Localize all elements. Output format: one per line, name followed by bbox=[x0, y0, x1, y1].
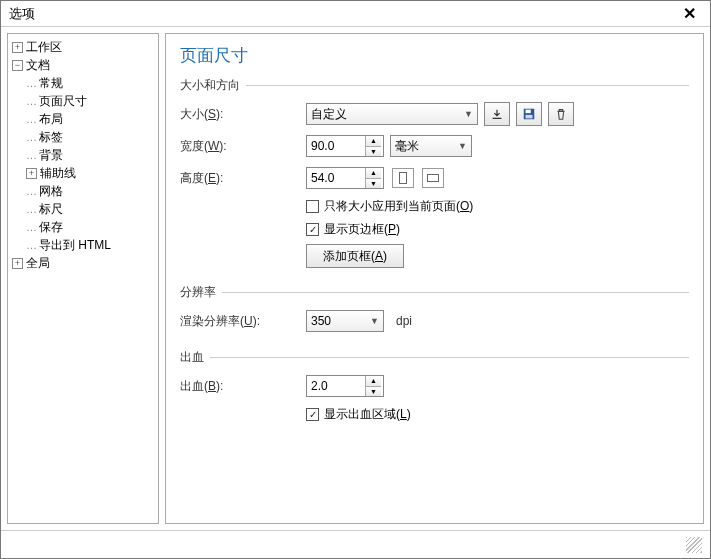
resize-grip-icon[interactable] bbox=[686, 537, 702, 553]
options-tree: + 工作区 − 文档 …常规 …页面尺寸 …布局 …标签 …背景 +辅助线 …网… bbox=[7, 33, 159, 524]
svg-rect-1 bbox=[526, 110, 531, 114]
tree-item-background[interactable]: …背景 bbox=[10, 146, 156, 164]
tree-item-exporthtml[interactable]: …导出到 HTML bbox=[10, 236, 156, 254]
tree-item-global[interactable]: + 全局 bbox=[10, 254, 156, 272]
chevron-down-icon: ▼ bbox=[464, 109, 473, 119]
tree-label: 标签 bbox=[39, 129, 63, 146]
width-input[interactable]: ▲▼ bbox=[306, 135, 384, 157]
tree-item-grid[interactable]: …网格 bbox=[10, 182, 156, 200]
tree-label: 文档 bbox=[26, 57, 50, 74]
size-value: 自定义 bbox=[311, 106, 347, 123]
tree-item-save[interactable]: …保存 bbox=[10, 218, 156, 236]
resolution-select[interactable]: 350 ▼ bbox=[306, 310, 384, 332]
label-apply-current: 只将大小应用到当前页面(O) bbox=[324, 198, 473, 215]
expand-icon[interactable]: + bbox=[12, 258, 23, 269]
tree-item-guides[interactable]: +辅助线 bbox=[10, 164, 156, 182]
expand-icon[interactable]: + bbox=[12, 42, 23, 53]
tree-item-tags[interactable]: …标签 bbox=[10, 128, 156, 146]
delete-preset-button[interactable] bbox=[548, 102, 574, 126]
tree-item-workspace[interactable]: + 工作区 bbox=[10, 38, 156, 56]
label-size: 大小(S): bbox=[180, 106, 306, 123]
spin-down[interactable]: ▼ bbox=[366, 147, 381, 157]
spin-up[interactable]: ▲ bbox=[366, 376, 381, 387]
tree-label: 工作区 bbox=[26, 39, 62, 56]
portrait-icon bbox=[399, 172, 407, 184]
width-field[interactable] bbox=[307, 136, 365, 156]
checkbox-show-bleed[interactable]: ✓ bbox=[306, 408, 319, 421]
section-size-orientation: 大小和方向 bbox=[180, 77, 689, 94]
label-width: 宽度(W): bbox=[180, 138, 306, 155]
label-show-bleed: 显示出血区域(L) bbox=[324, 406, 411, 423]
bleed-input[interactable]: ▲▼ bbox=[306, 375, 384, 397]
collapse-icon[interactable]: − bbox=[12, 60, 23, 71]
section-bleed: 出血 bbox=[180, 349, 689, 366]
resolution-value: 350 bbox=[311, 314, 331, 328]
height-input[interactable]: ▲▼ bbox=[306, 167, 384, 189]
spin-down[interactable]: ▼ bbox=[366, 387, 381, 397]
add-page-frame-button[interactable]: 添加页框(A) bbox=[306, 244, 404, 268]
tree-item-general[interactable]: …常规 bbox=[10, 74, 156, 92]
window-title: 选项 bbox=[9, 5, 677, 23]
tree-label: 背景 bbox=[39, 147, 63, 164]
checkbox-apply-current[interactable] bbox=[306, 200, 319, 213]
titlebar: 选项 ✕ bbox=[1, 1, 710, 27]
height-field[interactable] bbox=[307, 168, 365, 188]
statusbar bbox=[1, 530, 710, 558]
unit-select[interactable]: 毫米 ▼ bbox=[390, 135, 472, 157]
tree-label: 辅助线 bbox=[40, 165, 76, 182]
tree-label: 标尺 bbox=[39, 201, 63, 218]
unit-value: 毫米 bbox=[395, 138, 419, 155]
panel-heading: 页面尺寸 bbox=[180, 44, 689, 67]
svg-rect-2 bbox=[526, 115, 533, 119]
save-preset-button[interactable] bbox=[516, 102, 542, 126]
import-preset-button[interactable] bbox=[484, 102, 510, 126]
chevron-down-icon: ▼ bbox=[370, 316, 379, 326]
tree-item-rulers[interactable]: …标尺 bbox=[10, 200, 156, 218]
landscape-icon bbox=[427, 174, 439, 182]
chevron-down-icon: ▼ bbox=[458, 141, 467, 151]
tree-label: 页面尺寸 bbox=[39, 93, 87, 110]
tree-label: 全局 bbox=[26, 255, 50, 272]
label-bleed: 出血(B): bbox=[180, 378, 306, 395]
spin-up[interactable]: ▲ bbox=[366, 168, 381, 179]
tree-item-document[interactable]: − 文档 bbox=[10, 56, 156, 74]
tree-label: 保存 bbox=[39, 219, 63, 236]
checkbox-show-border[interactable]: ✓ bbox=[306, 223, 319, 236]
label-show-border: 显示页边框(P) bbox=[324, 221, 400, 238]
tree-label: 导出到 HTML bbox=[39, 237, 111, 254]
close-button[interactable]: ✕ bbox=[677, 4, 702, 23]
label-render-resolution: 渲染分辨率(U): bbox=[180, 313, 306, 330]
spin-up[interactable]: ▲ bbox=[366, 136, 381, 147]
section-resolution: 分辨率 bbox=[180, 284, 689, 301]
tree-label: 常规 bbox=[39, 75, 63, 92]
spin-down[interactable]: ▼ bbox=[366, 179, 381, 189]
size-select[interactable]: 自定义 ▼ bbox=[306, 103, 478, 125]
expand-icon[interactable]: + bbox=[26, 168, 37, 179]
tree-item-layout[interactable]: …布局 bbox=[10, 110, 156, 128]
bleed-field[interactable] bbox=[307, 376, 365, 396]
tree-label: 网格 bbox=[39, 183, 63, 200]
tree-label: 布局 bbox=[39, 111, 63, 128]
orientation-landscape-button[interactable] bbox=[422, 168, 444, 188]
orientation-portrait-button[interactable] bbox=[392, 168, 414, 188]
label-height: 高度(E): bbox=[180, 170, 306, 187]
tree-item-pagesize[interactable]: …页面尺寸 bbox=[10, 92, 156, 110]
settings-panel: 页面尺寸 大小和方向 大小(S): 自定义 ▼ bbox=[165, 33, 704, 524]
resolution-unit: dpi bbox=[396, 314, 412, 328]
